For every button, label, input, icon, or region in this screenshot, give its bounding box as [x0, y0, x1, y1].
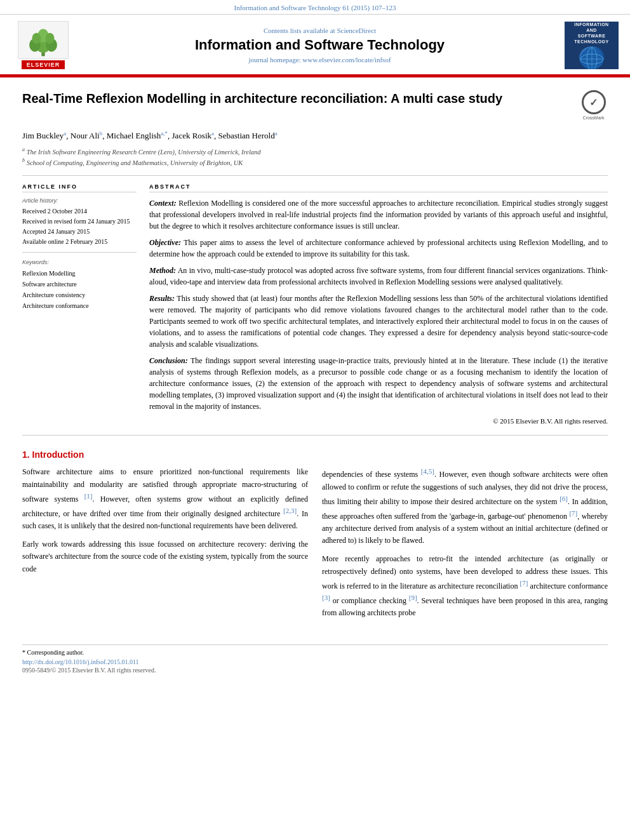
cite-6[interactable]: [6] [560, 495, 568, 502]
abstract-heading: ABSTRACT [149, 183, 608, 192]
journal-ref-text: Information and Software Technology 61 (… [234, 4, 396, 11]
homepage-url[interactable]: www.elsevier.com/locate/infsof [302, 56, 391, 63]
intro-right-col: dependencies of these systems [4,5]. How… [322, 466, 608, 625]
keyword-3: Architecture consistency [22, 290, 137, 300]
author-3: Michael Englisha,* [107, 131, 168, 140]
section-title: 1. Introduction [22, 450, 608, 460]
elsevier-logo: ELSEVIER [11, 21, 75, 69]
affiliations: a The Irish Software Engineering Researc… [22, 146, 608, 168]
cite-7[interactable]: [7] [569, 509, 577, 517]
doi-link[interactable]: http://dx.doi.org/10.1016/j.infsof.2015.… [22, 658, 608, 665]
cite-2-3[interactable]: [2,3] [283, 507, 297, 514]
history-item-1: Received 2 October 2014 [22, 206, 137, 217]
keyword-4: Architecture conformance [22, 300, 137, 311]
issn-line: 0950-5849/© 2015 Elsevier B.V. All right… [22, 667, 608, 674]
keyword-1: Reflexion Modelling [22, 268, 137, 279]
divider-keywords [22, 252, 137, 253]
svg-point-6 [46, 33, 55, 44]
divider-2 [22, 435, 608, 436]
results-text: This study showed that (at least) four m… [149, 294, 608, 349]
crossmark-logo: ✓ CrossMark [579, 90, 608, 120]
journal-logo-globe-icon [579, 46, 605, 69]
intro-para-3: dependencies of these systems [4,5]. How… [322, 466, 608, 547]
crossmark-icon: ✓ [582, 90, 606, 114]
history-item-4: Available online 2 February 2015 [22, 237, 137, 247]
history-item-2: Received in revised form 24 January 2015 [22, 217, 137, 227]
abstract-results: Results: This study showed that (at leas… [149, 293, 608, 350]
globe-svg [579, 46, 605, 69]
article-info-heading: ARTICLE INFO [22, 183, 137, 192]
introduction-section: 1. Introduction Software architecture ai… [22, 450, 608, 625]
keyword-2: Software architecture [22, 279, 137, 290]
intro-para-4: More recently approaches to retro-fit th… [322, 553, 608, 619]
method-text: An in vivo, multi-case-study protocol wa… [149, 266, 608, 286]
article-info-col: ARTICLE INFO Article history: Received 2… [22, 183, 137, 425]
svg-point-5 [32, 33, 41, 44]
journal-logo-right: INFORMATIONANDSOFTWARETECHNOLOGY [565, 22, 619, 69]
introduction-columns: Software architecture aims to ensure pri… [22, 466, 608, 625]
main-content: Real-Time Reflexion Modelling in archite… [0, 77, 630, 686]
article-info-abstract: ARTICLE INFO Article history: Received 2… [22, 183, 608, 425]
abstract-context: Context: Reflexion Modelling is consider… [149, 197, 608, 232]
abstract-method: Method: An in vivo, multi-case-study pro… [149, 265, 608, 288]
objective-text: This paper aims to assess the level of a… [149, 238, 608, 258]
cite-9[interactable]: [9] [409, 594, 417, 601]
article-history-label: Article history: [22, 197, 137, 204]
conclusion-text: The findings support several interesting… [149, 356, 608, 411]
context-text: Reflexion Modelling is considered one of… [149, 199, 608, 230]
authors-line: Jim Buckleya, Nour Alib, Michael English… [22, 130, 608, 142]
intro-para-2: Early work towards addressing this issue… [22, 538, 308, 575]
keywords-heading: Keywords: [22, 259, 137, 265]
page-footer: * Corresponding author. http://dx.doi.or… [22, 644, 608, 674]
journal-homepage: journal homepage: www.elsevier.com/locat… [75, 56, 565, 63]
abstract-objective: Objective: This paper aims to assess the… [149, 237, 608, 260]
method-label: Method: [149, 266, 176, 275]
objective-label: Objective: [149, 238, 181, 247]
cite-3[interactable]: [3] [322, 594, 330, 601]
elsevier-logo-image [18, 21, 69, 59]
cite-1[interactable]: [1] [84, 492, 93, 500]
affiliation-b: b School of Computing, Engineering and M… [22, 157, 608, 168]
affiliation-a: a The Irish Software Engineering Researc… [22, 146, 608, 157]
cite-4-5[interactable]: [4,5] [421, 467, 434, 475]
article-title: Real-Time Reflexion Modelling in archite… [22, 90, 502, 107]
author-1: Jim Buckleya [22, 131, 66, 140]
crossmark-label: CrossMark [583, 116, 605, 120]
copyright: © 2015 Elsevier B.V. All rights reserved… [149, 417, 608, 425]
results-label: Results: [149, 294, 175, 303]
intro-left-col: Software architecture aims to ensure pri… [22, 466, 308, 625]
abstract-conclusion: Conclusion: The findings support several… [149, 355, 608, 412]
author-4: Jacek Rosika [172, 131, 214, 140]
journal-title-center: Contents lists available at ScienceDirec… [75, 27, 565, 63]
journal-main-title: Information and Software Technology [75, 37, 565, 53]
cite-7b[interactable]: [7] [520, 579, 528, 587]
conclusion-label: Conclusion: [149, 356, 188, 365]
author-5: Sebastian Herolda [218, 131, 278, 140]
author-2: Nour Alib [70, 131, 102, 140]
context-label: Context: [149, 199, 177, 208]
sciencedirect-name[interactable]: ScienceDirect [337, 27, 376, 34]
abstract-col: ABSTRACT Context: Reflexion Modelling is… [149, 183, 608, 425]
sciencedirect-link: Contents lists available at ScienceDirec… [75, 27, 565, 34]
intro-para-1: Software architecture aims to ensure pri… [22, 466, 308, 532]
article-title-section: Real-Time Reflexion Modelling in archite… [22, 90, 608, 123]
journal-ref-bar: Information and Software Technology 61 (… [0, 0, 630, 15]
divider-1 [22, 175, 608, 176]
keywords-section: Keywords: Reflexion Modelling Software a… [22, 259, 137, 311]
elsevier-tree-icon [21, 27, 65, 58]
elsevier-wordmark: ELSEVIER [22, 60, 65, 69]
logo-right-text: INFORMATIONANDSOFTWARETECHNOLOGY [574, 22, 608, 44]
corresponding-author-note: * Corresponding author. [22, 649, 608, 656]
history-item-3: Accepted 24 January 2015 [22, 227, 137, 237]
journal-header: ELSEVIER Contents lists available at Sci… [0, 15, 630, 76]
